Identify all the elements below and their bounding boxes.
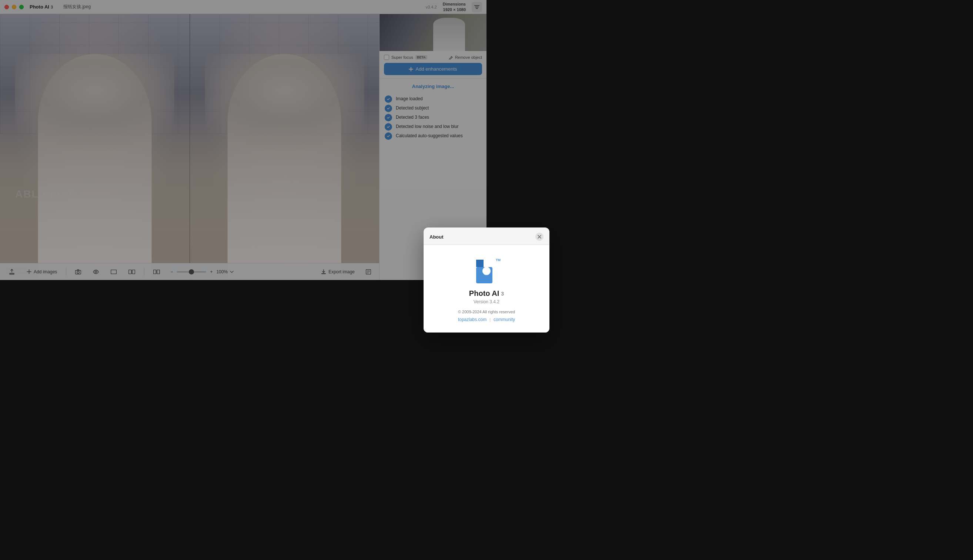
- about-modal: About TM Photo AI 3 Version 3.4.2: [423, 227, 486, 280]
- modal-title: About: [430, 234, 443, 240]
- logo-dark-square: [476, 260, 483, 267]
- modal-overlay[interactable]: About TM Photo AI 3 Version 3.4.2: [0, 0, 486, 280]
- modal-header: About: [423, 227, 486, 245]
- app-logo: TM: [472, 254, 486, 280]
- modal-body: TM Photo AI 3 Version 3.4.2 © 2009-2024 …: [423, 245, 486, 280]
